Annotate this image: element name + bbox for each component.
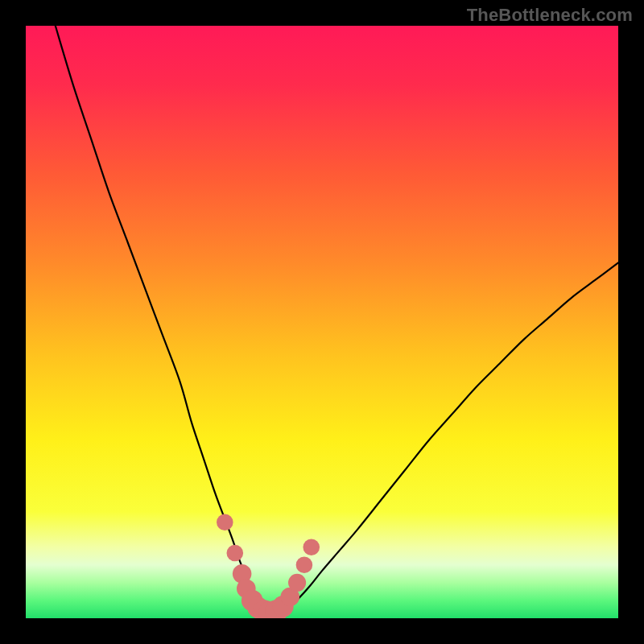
chart-frame: TheBottleneck.com (0, 0, 644, 644)
curve-marker (217, 514, 233, 530)
curve-marker (227, 545, 244, 562)
bottleneck-chart (26, 26, 618, 618)
gradient-bg (26, 26, 618, 618)
curve-marker (303, 539, 320, 555)
plot-area (26, 26, 618, 618)
watermark-text: TheBottleneck.com (467, 5, 633, 26)
curve-marker (296, 556, 313, 573)
curve-marker (288, 574, 306, 592)
